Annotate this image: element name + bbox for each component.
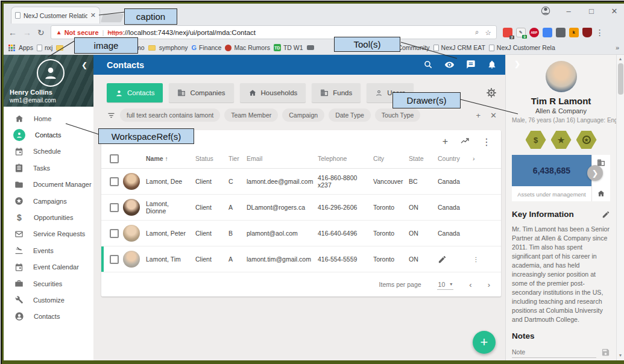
extension-abp-icon[interactable]: ABP	[529, 28, 539, 37]
sidebar-item-events[interactable]: Events	[4, 242, 93, 259]
sidebar-item-campaigns[interactable]: Campaigns	[4, 193, 93, 209]
save-icon[interactable]	[601, 348, 610, 357]
folder-icon[interactable]	[56, 45, 63, 51]
tab-households[interactable]: Households	[240, 83, 306, 102]
bookmarks-overflow[interactable]: »	[616, 44, 619, 51]
row-checkbox[interactable]	[110, 177, 119, 186]
drawer-expand-icon[interactable]: ❯	[514, 60, 520, 68]
dollar-badge-icon[interactable]: $	[526, 131, 546, 149]
bookmark-star-icon[interactable]: ☆	[485, 28, 491, 37]
new-tab-button[interactable]	[101, 14, 124, 22]
security-warning[interactable]: ▲ Not secure	[56, 29, 99, 36]
bookmark-tdw1[interactable]: TDTD W1	[274, 44, 303, 51]
extension-shield-icon[interactable]	[582, 28, 592, 37]
bookmark-apps[interactable]: Apps	[19, 44, 33, 51]
extension-editor-icon[interactable]: ✎0	[516, 28, 526, 37]
more-columns-icon[interactable]: ›	[473, 155, 501, 162]
add-record-icon[interactable]: +	[443, 136, 448, 148]
bookmark-nexj-customer[interactable]: NexJ Customer Rela	[489, 44, 555, 51]
sidebar-item-tasks[interactable]: Tasks	[4, 160, 93, 176]
minimize-button[interactable]: –	[564, 7, 573, 16]
filter-icon[interactable]	[107, 111, 116, 120]
table-row[interactable]: Lamont, Dee Client C lamont.dee@gmail.co…	[101, 169, 501, 195]
row-more-icon[interactable]: ⋮	[473, 256, 501, 263]
extension-translate-icon[interactable]	[543, 28, 552, 37]
back-icon[interactable]: ←	[8, 28, 17, 37]
note-input[interactable]	[512, 347, 596, 358]
bookmark-nxj[interactable]: nxj	[37, 44, 52, 51]
add-contact-fab[interactable]: +	[473, 331, 496, 354]
clear-filter-icon[interactable]: ✕	[490, 111, 497, 120]
sidebar-item-securities[interactable]: Securities	[4, 275, 93, 292]
scrollbar-thumb[interactable]	[618, 63, 623, 95]
carousel-next-icon[interactable]: ❯	[587, 165, 603, 181]
prev-page-icon[interactable]: ‹	[469, 280, 471, 289]
edit-pencil-icon[interactable]	[438, 255, 447, 264]
add-filter-icon[interactable]: +	[476, 111, 481, 120]
sidebar-item-customize[interactable]: Customize	[4, 292, 93, 308]
drawer-scrollbar[interactable]: ▲ ▼	[616, 55, 624, 360]
profile-icon[interactable]	[541, 6, 550, 16]
browser-tab[interactable]: NexJ Customer Relationsh ✕	[11, 7, 100, 24]
bookmark-nexj-crm-eat[interactable]: NexJ CRM EAT	[433, 44, 485, 51]
filter-chip-touch-type[interactable]: Touch Type	[375, 108, 421, 122]
tab-contacts[interactable]: Contacts	[107, 83, 163, 102]
trend-chart-icon[interactable]	[460, 136, 470, 146]
tab-companies[interactable]: Companies	[169, 83, 233, 102]
bookmark-macrumors[interactable]: Mac Rumors	[225, 44, 270, 51]
chrome-menu-icon[interactable]: ⋮	[596, 28, 604, 37]
bookmark-symphony[interactable]: symphony	[159, 44, 188, 51]
maximize-button[interactable]: □	[587, 7, 596, 16]
filter-chip-team-member[interactable]: Team Member	[224, 108, 278, 122]
tab-close-icon[interactable]: ✕	[90, 11, 96, 19]
aum-value-box[interactable]: 6,438,685	[512, 155, 591, 186]
extension-gray-icon[interactable]	[556, 28, 566, 37]
sidebar-item-opportunities[interactable]: $ Opportunities	[4, 209, 93, 225]
filter-chip-fulltext[interactable]: full text search contains lamont	[120, 108, 220, 122]
search-icon[interactable]	[423, 60, 433, 69]
table-row-selected[interactable]: Lamont, Tim Client A lamont.tim@gmail.co…	[101, 246, 501, 272]
forward-icon[interactable]: →	[23, 28, 31, 37]
sidebar-item-document-manager[interactable]: Document Manager	[4, 177, 93, 193]
home-icon[interactable]	[597, 189, 605, 198]
bell-icon[interactable]	[487, 60, 497, 69]
star-badge-icon[interactable]: ★	[551, 131, 572, 149]
sidebar-item-event-calendar[interactable]: Event Calendar	[4, 259, 93, 275]
sidebar-item-schedule[interactable]: Schedule	[4, 143, 93, 160]
select-all-checkbox[interactable]	[110, 154, 119, 163]
settings-gear-icon[interactable]	[486, 87, 497, 98]
bookmark-finance[interactable]: GFinance	[192, 44, 222, 51]
row-checkbox[interactable]	[110, 203, 119, 212]
extension-k-icon[interactable]: k	[569, 28, 579, 37]
sidebar-collapse-icon[interactable]: ❮	[81, 61, 87, 69]
row-checkbox[interactable]	[110, 255, 119, 264]
table-row[interactable]: Lamont, Dionne Client A DLamont@rogers.c…	[101, 195, 501, 221]
user-avatar-icon[interactable]	[37, 59, 65, 87]
row-checkbox[interactable]	[110, 229, 119, 238]
visibility-icon[interactable]	[444, 60, 455, 70]
extension-adblock-icon[interactable]: 2	[503, 28, 512, 37]
next-page-icon[interactable]: ›	[488, 280, 490, 289]
reload-icon[interactable]: ↻	[37, 28, 45, 37]
scroll-down-icon[interactable]: ▼	[619, 351, 623, 359]
more-options-icon[interactable]: ⋮	[482, 136, 491, 148]
apps-grid-icon[interactable]	[8, 45, 15, 51]
filter-chip-campaign[interactable]: Campaign	[282, 108, 324, 122]
key-icon[interactable]	[307, 45, 314, 50]
sidebar-item-contacts-2[interactable]: Contacts	[4, 309, 93, 325]
star-circle-badge-icon[interactable]: ★	[576, 131, 597, 149]
sidebar-item-service-requests[interactable]: Service Requests	[4, 226, 93, 242]
page-size-select[interactable]: 10▾	[437, 280, 454, 290]
scroll-up-icon[interactable]: ▲	[619, 55, 623, 63]
filter-chip-date-type[interactable]: Date Type	[329, 108, 371, 122]
table-row[interactable]: Lamont, Peter Client B plamont@aol.com 4…	[101, 221, 501, 246]
sidebar-item-contacts[interactable]: Contacts	[4, 127, 93, 143]
sidebar-item-home[interactable]: Home	[4, 110, 93, 127]
edit-pencil-icon[interactable]	[602, 210, 610, 219]
person-icon	[115, 89, 123, 97]
folder-icon[interactable]	[148, 45, 156, 51]
close-button[interactable]: ✕	[610, 7, 619, 16]
zoom-search-icon[interactable]: ⌕	[475, 28, 479, 37]
chat-icon[interactable]	[466, 60, 476, 69]
tab-funds[interactable]: Funds	[312, 83, 361, 102]
